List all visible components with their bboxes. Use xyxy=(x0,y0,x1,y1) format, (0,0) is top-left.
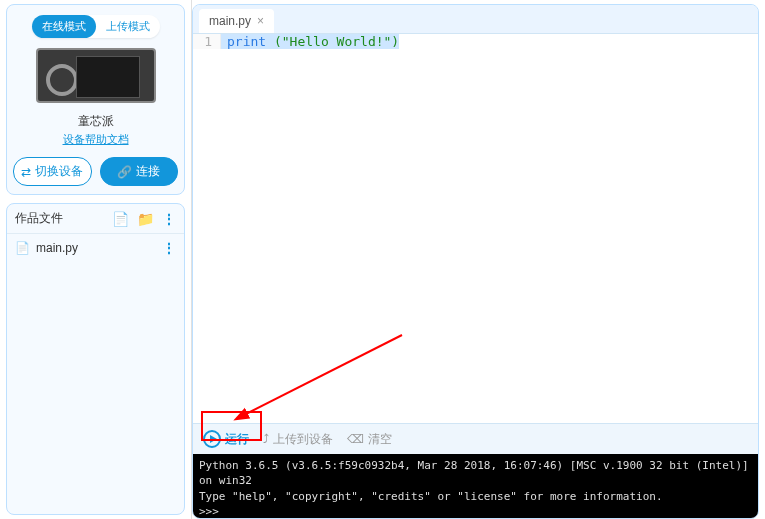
code-line-1: print ("Hello World!") xyxy=(221,34,399,49)
switch-device-label: 切换设备 xyxy=(35,163,83,180)
mode-toggle: 在线模式 上传模式 xyxy=(13,15,178,38)
python-file-icon: 📄 xyxy=(15,241,30,255)
file-name: main.py xyxy=(36,241,162,255)
tab-bar: main.py × xyxy=(193,5,758,34)
upload-to-device-button[interactable]: ⤴ 上传到设备 xyxy=(263,431,333,448)
connect-button[interactable]: 🔗 连接 xyxy=(100,157,179,186)
sidebar: 在线模式 上传模式 童芯派 设备帮助文档 ⇄ 切换设备 🔗 连接 作品文件 xyxy=(0,0,192,519)
device-panel: 在线模式 上传模式 童芯派 设备帮助文档 ⇄ 切换设备 🔗 连接 xyxy=(6,4,185,195)
tab-label: main.py xyxy=(209,14,251,28)
run-button[interactable]: 运行 xyxy=(203,430,249,448)
upload-icon: ⤴ xyxy=(263,432,269,446)
run-label: 运行 xyxy=(225,431,249,448)
clear-icon: ⌫ xyxy=(347,432,364,446)
terminal-prompt: >>> xyxy=(199,504,752,518)
clear-label: 清空 xyxy=(368,431,392,448)
play-icon xyxy=(203,430,221,448)
file-item[interactable]: 📄 main.py ⋮ xyxy=(7,234,184,262)
files-header: 作品文件 📄 📁 ⋮ xyxy=(7,204,184,234)
device-image xyxy=(36,48,156,103)
tab-main-py[interactable]: main.py × xyxy=(199,9,274,33)
files-panel: 作品文件 📄 📁 ⋮ 📄 main.py ⋮ xyxy=(6,203,185,515)
file-more-icon[interactable]: ⋮ xyxy=(162,240,176,256)
switch-device-button[interactable]: ⇄ 切换设备 xyxy=(13,157,92,186)
device-name: 童芯派 xyxy=(13,113,178,130)
connect-label: 连接 xyxy=(136,163,160,180)
files-more-icon[interactable]: ⋮ xyxy=(162,211,176,227)
clear-button[interactable]: ⌫ 清空 xyxy=(347,431,392,448)
terminal-line: Type "help", "copyright", "credits" or "… xyxy=(199,489,752,504)
code-editor[interactable]: 1 print ("Hello World!") xyxy=(193,34,758,423)
link-icon: 🔗 xyxy=(117,165,132,179)
device-help-link[interactable]: 设备帮助文档 xyxy=(13,132,178,147)
upload-label: 上传到设备 xyxy=(273,431,333,448)
files-title: 作品文件 xyxy=(15,210,112,227)
terminal-output[interactable]: Python 3.6.5 (v3.6.5:f59c0932b4, Mar 28 … xyxy=(193,454,758,518)
action-bar: 运行 ⤴ 上传到设备 ⌫ 清空 xyxy=(193,423,758,454)
new-file-icon[interactable]: 📄 xyxy=(112,211,129,227)
mode-online-button[interactable]: 在线模式 xyxy=(32,15,96,38)
swap-icon: ⇄ xyxy=(21,165,31,179)
tab-close-icon[interactable]: × xyxy=(257,14,264,28)
line-number: 1 xyxy=(193,34,221,49)
mode-upload-button[interactable]: 上传模式 xyxy=(96,15,160,38)
terminal-line: Python 3.6.5 (v3.6.5:f59c0932b4, Mar 28 … xyxy=(199,458,752,489)
new-folder-icon[interactable]: 📁 xyxy=(137,211,154,227)
main-area: main.py × 1 print ("Hello World!") 运行 ⤴ … xyxy=(192,4,759,519)
